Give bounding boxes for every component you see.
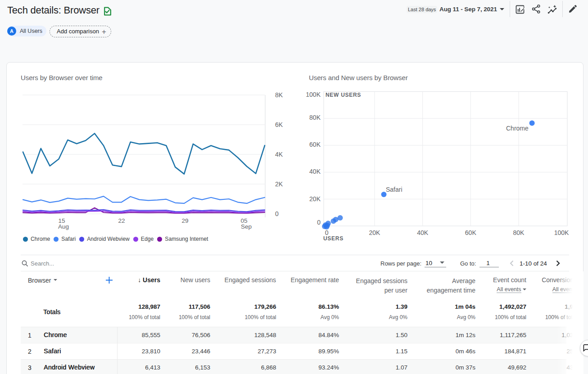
svg-text:8K: 8K — [275, 91, 283, 99]
svg-text:80K: 80K — [309, 114, 321, 121]
svg-text:20K: 20K — [309, 195, 321, 203]
svg-text:USERS: USERS — [323, 235, 344, 242]
svg-text:100K: 100K — [306, 91, 321, 98]
svg-text:80K: 80K — [513, 229, 525, 236]
svg-text:100K: 100K — [554, 229, 569, 236]
svg-text:0: 0 — [317, 219, 321, 226]
svg-text:2K: 2K — [275, 180, 283, 188]
svg-text:Safari: Safari — [386, 186, 403, 193]
svg-text:Sep: Sep — [241, 223, 252, 230]
svg-text:4K: 4K — [275, 151, 283, 158]
svg-text:40K: 40K — [417, 229, 429, 236]
svg-text:20K: 20K — [369, 229, 381, 236]
svg-text:29: 29 — [181, 217, 188, 224]
svg-text:Chrome: Chrome — [506, 125, 529, 132]
svg-text:60K: 60K — [309, 141, 321, 148]
svg-text:0: 0 — [275, 210, 279, 217]
svg-text:22: 22 — [118, 217, 125, 224]
svg-text:NEW USERS: NEW USERS — [326, 92, 361, 98]
svg-text:40K: 40K — [309, 168, 321, 175]
svg-text:6K: 6K — [275, 121, 283, 128]
svg-text:Aug: Aug — [58, 223, 69, 230]
svg-text:60K: 60K — [465, 229, 477, 236]
